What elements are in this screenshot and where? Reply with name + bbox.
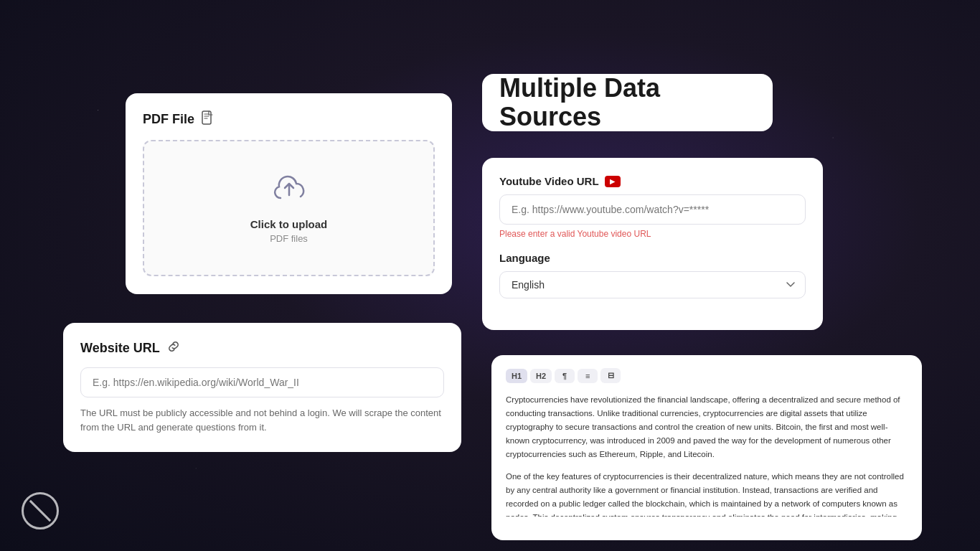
logo-circle [22, 492, 59, 529]
toolbar-ordered-list-button[interactable]: ⊟ [600, 368, 621, 383]
upload-click-text: Click to upload [250, 218, 328, 230]
logo-slash [29, 500, 51, 522]
page-layout: Multiple Data Sources PDF File Click to … [0, 0, 980, 551]
pdf-card-header: PDF File [143, 110, 435, 128]
editor-card: H1 H2 ¶ ≡ ⊟ Cryptocurrencies have revolu… [491, 355, 922, 540]
svg-rect-0 [202, 111, 211, 124]
editor-content[interactable]: Cryptocurrencies have revolutionized the… [506, 393, 908, 517]
pdf-card-title: PDF File [143, 112, 194, 127]
link-icon [167, 340, 180, 356]
title-card: Multiple Data Sources [482, 74, 773, 131]
youtube-label: Youtube Video URL ▶ [499, 175, 806, 187]
language-select[interactable]: English Spanish French German Chinese Ja… [499, 271, 806, 298]
page-title: Multiple Data Sources [499, 74, 755, 131]
editor-paragraph-2: One of the key features of cryptocurrenc… [506, 470, 908, 517]
editor-paragraph-1: Cryptocurrencies have revolutionized the… [506, 393, 908, 461]
pdf-card: PDF File Click to upload PDF files [126, 93, 452, 294]
upload-sub-text: PDF files [270, 233, 308, 244]
pdf-file-icon [202, 110, 215, 128]
upload-icon [272, 172, 306, 209]
youtube-label-text: Youtube Video URL [499, 175, 599, 187]
website-hint: The URL must be publicly accessible and … [80, 406, 444, 434]
youtube-icon: ▶ [605, 176, 621, 187]
language-label: Language [499, 252, 806, 264]
website-card-header: Website URL [80, 340, 444, 356]
youtube-url-input[interactable] [499, 194, 806, 225]
toolbar-h1-button[interactable]: H1 [506, 369, 527, 383]
toolbar-paragraph-button[interactable]: ¶ [555, 369, 575, 383]
toolbar-unordered-list-button[interactable]: ≡ [578, 369, 598, 383]
website-url-input[interactable] [80, 367, 444, 397]
toolbar-h2-button[interactable]: H2 [530, 369, 552, 383]
logo [22, 492, 59, 529]
youtube-card: Youtube Video URL ▶ Please enter a valid… [482, 158, 823, 330]
editor-toolbar: H1 H2 ¶ ≡ ⊟ [506, 368, 908, 383]
website-card-title: Website URL [80, 341, 160, 356]
website-card: Website URL The URL must be publicly acc… [63, 323, 461, 452]
pdf-upload-area[interactable]: Click to upload PDF files [143, 140, 435, 276]
youtube-hint: Please enter a valid Youtube video URL [499, 229, 806, 239]
